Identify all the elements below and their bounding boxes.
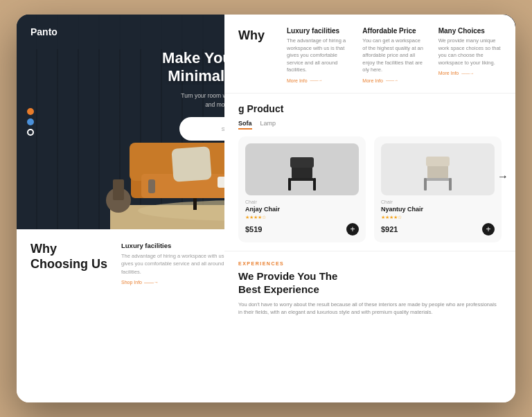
anjay-name: Anjay Chair xyxy=(245,206,359,213)
anjay-chair-svg xyxy=(278,147,326,192)
anjay-price-row: $519 + xyxy=(245,223,359,236)
dot-3[interactable] xyxy=(27,129,34,136)
svg-rect-34 xyxy=(449,178,452,190)
slide-dots xyxy=(27,108,34,136)
why-col-price: Affordable Price You can get a workspace… xyxy=(362,27,425,83)
tab-lamp[interactable]: Lamp xyxy=(260,120,276,130)
nyantuy-name: Nyantuy Chair xyxy=(381,206,495,213)
why-choices-link[interactable]: More Info xyxy=(438,71,502,76)
feature-luxury-link[interactable]: Shop Info ——→ xyxy=(121,280,240,285)
svg-rect-28 xyxy=(288,178,291,190)
svg-rect-33 xyxy=(424,178,427,190)
why-overlay-section: Why Luxury facilities The advantage of h… xyxy=(224,15,515,94)
svg-rect-11 xyxy=(171,146,211,182)
anjay-stars: ★★★★☆ xyxy=(245,215,359,220)
nyantuy-chair-image xyxy=(381,143,495,195)
product-card-anjay: Chair Anjay Chair ★★★★☆ $519 + xyxy=(238,136,366,242)
svg-rect-29 xyxy=(313,178,316,190)
experience-section: EXPERIENCES We Provide You TheBest Exper… xyxy=(224,251,515,326)
why-choices-title: Many Choices xyxy=(438,27,502,35)
nyantuy-label: Chair xyxy=(381,199,495,204)
tablet-frame: Panto Furniture ▾ Shop About Us Contact … xyxy=(17,15,515,402)
svg-rect-27 xyxy=(290,157,314,168)
nyantuy-stars: ★★★★☆ xyxy=(381,215,495,220)
anjay-chair-image xyxy=(245,143,359,195)
feature-luxury-text: The advantage of hiring a workspace with… xyxy=(121,252,240,276)
feature-luxury: Luxury facilities The advantage of hirin… xyxy=(121,242,240,390)
product-cards: Chair Anjay Chair ★★★★☆ $519 + xyxy=(238,136,502,242)
arrow-icon: ——→ xyxy=(144,280,159,285)
svg-rect-32 xyxy=(426,157,450,166)
products-next-arrow[interactable]: → xyxy=(497,170,508,183)
why-choosing-us-title: WhyChoosing Us xyxy=(30,242,107,272)
anjay-add-button[interactable]: + xyxy=(346,223,359,236)
experience-label: EXPERIENCES xyxy=(238,261,502,266)
svg-rect-35 xyxy=(427,178,449,181)
svg-rect-15 xyxy=(113,179,124,200)
logo: Panto xyxy=(30,26,57,37)
feature-luxury-title: Luxury facilities xyxy=(121,242,240,249)
svg-rect-16 xyxy=(148,179,155,193)
tab-sofa[interactable]: Sofa xyxy=(238,120,252,130)
nyantuy-add-button[interactable]: + xyxy=(482,223,495,236)
why-col-luxury: Luxury facilities The advantage of hirin… xyxy=(287,27,350,83)
why-choices-text: We provide many unique work space choice… xyxy=(438,37,502,66)
overlay-panel: Why Luxury facilities The advantage of h… xyxy=(224,15,515,326)
anjay-price: $519 xyxy=(245,225,262,233)
why-luxury-title: Luxury facilities xyxy=(287,27,350,35)
product-tabs: Sofa Lamp xyxy=(238,120,502,130)
why-col-choices: Many Choices We provide many unique work… xyxy=(438,27,502,83)
svg-rect-30 xyxy=(291,178,313,181)
why-columns: Luxury facilities The advantage of hirin… xyxy=(287,27,502,83)
why-price-text: You can get a workspace of the highest q… xyxy=(362,37,425,74)
dot-1[interactable] xyxy=(27,108,34,115)
why-luxury-text: The advantage of hiring a workspace with… xyxy=(287,37,350,74)
why-luxury-link[interactable]: More Info xyxy=(287,78,350,83)
product-card-nyantuy: Chair Nyantuy Chair ★★★★☆ $921 + xyxy=(374,136,502,242)
experience-text: You don't have to worry about the result… xyxy=(238,301,502,317)
why-left-block: WhyChoosing Us xyxy=(30,242,121,390)
why-overlay-title: Why xyxy=(238,27,273,83)
nyantuy-price: $921 xyxy=(381,225,398,233)
why-price-link[interactable]: More Info xyxy=(362,78,425,83)
product-overlay-title: g Product xyxy=(238,103,502,114)
dot-2[interactable] xyxy=(27,118,34,125)
product-overlay-section: g Product Sofa Lamp xyxy=(224,94,515,251)
nyantuy-chair-svg xyxy=(414,147,462,192)
experience-title: We Provide You TheBest Experience xyxy=(238,269,502,296)
anjay-label: Chair xyxy=(245,199,359,204)
svg-rect-31 xyxy=(427,164,448,179)
why-price-title: Affordable Price xyxy=(362,27,425,35)
nyantuy-price-row: $921 + xyxy=(381,223,495,236)
